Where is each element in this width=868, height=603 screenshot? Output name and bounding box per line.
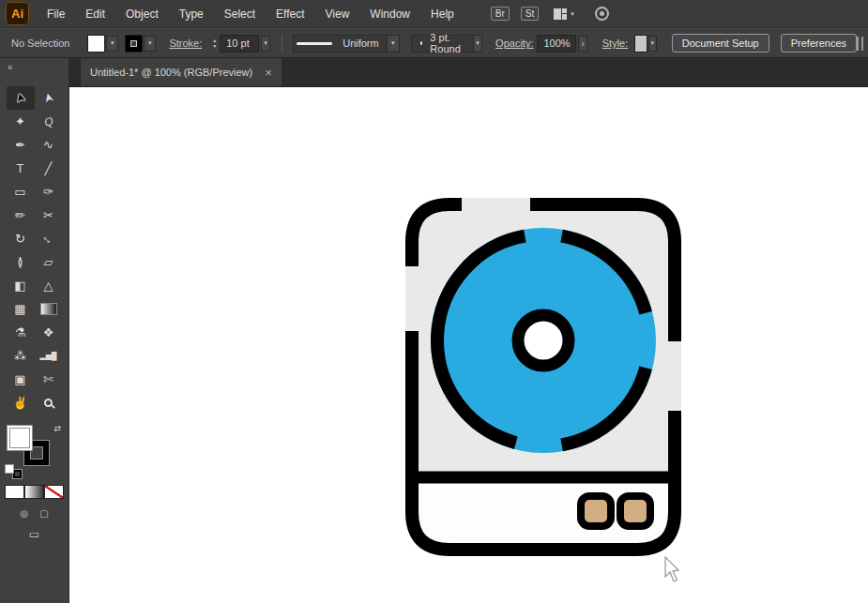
brush-control[interactable]: 3 pt. Round ▾ — [411, 35, 482, 53]
hand-tool[interactable]: ✌ — [7, 391, 35, 415]
opacity-panel-link[interactable]: Opacity: — [495, 38, 533, 49]
stepper-down-icon[interactable]: ▾ — [213, 43, 216, 49]
lasso-tool[interactable]: Q — [32, 107, 65, 136]
color-button[interactable] — [6, 486, 23, 498]
width-profile-control[interactable]: Uniform ▾ — [293, 35, 400, 53]
brush-value: 3 pt. Round — [422, 32, 473, 54]
control-button-left[interactable] — [581, 496, 611, 526]
bridge-button[interactable]: Br — [491, 7, 510, 21]
pen-tool[interactable]: ✒ — [7, 133, 35, 157]
eyedropper-tool[interactable]: ⚗ — [7, 321, 35, 344]
selection-tool-icon: ➤ — [12, 91, 28, 104]
symbol-sprayer-tool[interactable]: ⁂ — [7, 344, 35, 368]
divider — [282, 34, 282, 53]
fill-color-control[interactable]: ▾ — [88, 36, 118, 52]
type-tool[interactable]: T — [7, 157, 35, 180]
artwork-canvas[interactable] — [404, 196, 683, 558]
panel-flyout-icon[interactable] — [857, 37, 864, 51]
selection-tool[interactable]: ➤ — [7, 86, 35, 110]
scale-tool-icon: ↔ — [39, 230, 58, 249]
menu-window[interactable]: Window — [359, 8, 420, 21]
stroke-panel-link[interactable]: Stroke: — [169, 38, 202, 49]
mesh-tool[interactable]: ▦ — [7, 297, 35, 321]
draw-mode-buttons: ◎ ▢ — [0, 508, 69, 519]
menu-select[interactable]: Select — [214, 8, 266, 21]
fill-dropdown[interactable]: ▾ — [106, 36, 118, 52]
stroke-color-control[interactable]: ▾ — [126, 36, 156, 52]
rectangle-tool[interactable]: ▭ — [7, 180, 35, 204]
menu-type[interactable]: Type — [169, 8, 214, 21]
zoom-tool[interactable] — [35, 391, 63, 415]
tool-panel: « ➤ ➤ ✦ Q ✒ ∿ T ╱ ▭ ✑ ✏ ✂ ↻ ↔ ≬ ▱ ◧ △ — [0, 58, 69, 603]
style-swatch[interactable] — [635, 36, 646, 52]
stroke-profile-icon — [294, 42, 335, 45]
line-segment-tool[interactable]: ╱ — [35, 157, 63, 180]
mouse-cursor — [662, 556, 681, 586]
column-graph-tool[interactable]: ▂▅█ — [35, 344, 63, 368]
artboard-tool[interactable]: ▣ — [7, 368, 35, 391]
menu-bar: Ai File Edit Object Type Select Effect V… — [0, 0, 868, 28]
canvas[interactable] — [69, 87, 868, 603]
control-button-right[interactable] — [620, 496, 650, 526]
none-button[interactable] — [45, 486, 63, 498]
sync-icon[interactable] — [595, 7, 609, 21]
close-icon[interactable]: × — [265, 66, 272, 80]
opacity-value[interactable]: 100% — [537, 35, 576, 53]
draw-normal-icon[interactable]: ◎ — [20, 508, 28, 519]
menu-effect[interactable]: Effect — [266, 8, 314, 21]
style-panel-link[interactable]: Style: — [602, 38, 629, 49]
width-tool[interactable]: ≬ — [7, 250, 35, 274]
stroke-weight-value[interactable]: 10 pt — [220, 35, 259, 53]
illustrator-window: Ai File Edit Object Type Select Effect V… — [0, 0, 868, 603]
menu-edit[interactable]: Edit — [75, 8, 115, 21]
width-profile-value: Uniform — [335, 38, 387, 49]
default-fill-icon — [6, 465, 13, 473]
swap-fill-stroke-icon[interactable]: ⇄ — [53, 424, 61, 433]
preferences-button[interactable]: Preferences — [781, 34, 857, 53]
stroke-dropdown[interactable]: ▾ — [144, 36, 156, 52]
width-profile-dropdown[interactable]: ▾ — [387, 36, 399, 52]
perspective-grid-tool[interactable]: △ — [35, 274, 63, 297]
opacity-flyout-arrow[interactable]: › — [578, 36, 586, 52]
menu-help[interactable]: Help — [420, 8, 464, 21]
default-fill-stroke-icon[interactable] — [6, 465, 22, 478]
blend-tool[interactable]: ❖ — [35, 321, 63, 344]
brush-dropdown[interactable]: ▾ — [473, 36, 481, 52]
pencil-tool[interactable]: ✏ — [7, 204, 35, 227]
stroke-swatch[interactable] — [126, 36, 142, 52]
stroke-weight-stepper[interactable]: ▴ ▾ — [213, 38, 216, 49]
screen-mode-icon[interactable]: ▭ — [29, 528, 39, 541]
collapse-panel-icon[interactable]: « — [8, 62, 13, 72]
fill-swatch[interactable] — [88, 36, 104, 52]
menu-file[interactable]: File — [37, 8, 75, 21]
shape-builder-tool[interactable]: ◧ — [7, 274, 35, 297]
app-logo-icon: Ai — [6, 2, 29, 25]
document-setup-button[interactable]: Document Setup — [672, 34, 769, 53]
document-tab-title: Untitled-1* @ 100% (RGB/Preview) — [90, 67, 252, 78]
menu-object[interactable]: Object — [115, 8, 169, 21]
fill-color-box[interactable] — [8, 426, 32, 450]
zoom-tool-icon — [44, 399, 53, 407]
scissors-tool[interactable]: ✂ — [35, 204, 63, 227]
magic-wand-tool[interactable]: ✦ — [7, 110, 35, 133]
workspace-switcher[interactable]: ▾ — [554, 8, 574, 20]
slice-tool[interactable]: ✄ — [35, 368, 63, 391]
curvature-tool[interactable]: ∿ — [35, 133, 63, 157]
burner-center-ring[interactable] — [518, 315, 569, 366]
control-bar: No Selection ▾ ▾ Stroke: ▴ ▾ 10 pt ▾ Uni… — [0, 28, 868, 58]
scale-tool[interactable]: ↔ — [35, 227, 63, 250]
gradient-tool[interactable] — [35, 297, 63, 321]
screen-mode-control: ▭ — [0, 528, 69, 541]
paint-style-buttons — [0, 486, 69, 498]
rotate-tool[interactable]: ↻ — [7, 227, 35, 250]
document-tab[interactable]: Untitled-1* @ 100% (RGB/Preview) × — [80, 58, 282, 86]
free-transform-tool[interactable]: ▱ — [35, 250, 63, 274]
style-dropdown[interactable]: ▾ — [648, 36, 657, 52]
stroke-weight-dropdown[interactable]: ▾ — [261, 36, 269, 52]
stock-button[interactable]: St — [521, 7, 539, 21]
draw-behind-icon[interactable]: ▢ — [39, 508, 48, 519]
gradient-button[interactable] — [25, 486, 43, 498]
direct-selection-tool[interactable]: ➤ — [35, 86, 63, 110]
menu-view[interactable]: View — [315, 8, 360, 21]
paintbrush-tool[interactable]: ✑ — [35, 180, 63, 204]
